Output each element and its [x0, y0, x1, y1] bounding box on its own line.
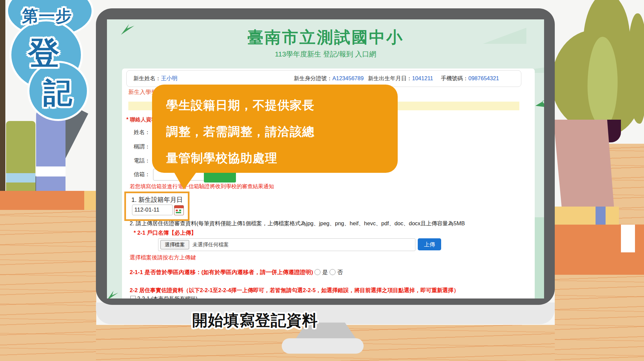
item-2-1-1-label: 2-1-1 是否曾於學區內遷移：(如有於學區內遷移者，請一併上傳遷證證明) [130, 269, 313, 275]
upload-hint: 選擇檔案後請按右方上傳鍵 [130, 254, 196, 261]
field-label-title: 稱謂： [134, 143, 150, 150]
calendar-icon[interactable] [174, 205, 184, 215]
student-birth-label: 新生出生年月日： [368, 75, 412, 81]
plant-leaf-light [588, 37, 618, 127]
sprout-icon [535, 97, 544, 107]
monitor-chin [96, 303, 555, 324]
radio-yes[interactable] [314, 269, 320, 275]
upload-button[interactable]: 上傳 [418, 238, 441, 250]
right-plank-yellow [555, 207, 619, 226]
callout-line-2: 調整，若需調整，請洽該總 [166, 124, 387, 140]
badge-char-2: 記 [43, 74, 72, 113]
right-white-book [621, 225, 635, 252]
radio-yes-label: 是 [322, 269, 328, 275]
right-plank-blue-book [596, 207, 606, 227]
tutorial-highlight-rect: 1. 新生設籍年月日 112-01-11 [124, 192, 189, 221]
item-2-2-label: 2-2 居住事實佐證資料（以下2-2-1至2-2-4擇一上傳即可，若皆無請勾選2… [130, 287, 459, 294]
item-2-1-required-mark: * [134, 230, 136, 236]
left-plank-orange [0, 191, 96, 212]
student-id-label: 新生身分證號： [294, 75, 333, 81]
tutorial-callout: 學生設籍日期，不提供家長 調整，若需調整，請洽該總 量管制學校協助處理 [152, 85, 398, 173]
left-desk-front [0, 210, 96, 361]
callout-line-3: 量管制學校協助處理 [166, 150, 387, 166]
item-2-2-1-label: 2-2-1 (本市戶長所有權狀) [137, 296, 197, 298]
book-periwinkle [36, 111, 66, 192]
page-subtitle: 113學年度新生 登記/報到 入口網 [107, 49, 544, 59]
choose-file-button[interactable]: 選擇檔案 [160, 240, 189, 249]
bookshelf-side-panel [0, 0, 5, 214]
field-label-phone: 電話： [134, 157, 150, 164]
monitor-base [282, 338, 364, 354]
file-status-text: 未選擇任何檔案 [192, 241, 229, 248]
right-desk-front [555, 275, 644, 361]
callout-line-1: 學生設籍日期，不提供家長 [166, 97, 387, 114]
residence-date-input[interactable]: 112-01-11 [132, 205, 173, 215]
page-title: 臺南市立測試國中小 [107, 27, 544, 48]
email-notice: 若您填寫信箱並進行電子信箱驗證將收到學校的審查結果通知 [130, 183, 274, 190]
radio-no[interactable] [330, 269, 336, 275]
item-2-1-label: 2-1 戶口名簿【必上傳】 [137, 230, 197, 236]
badge-char-1: 登 [28, 32, 59, 75]
checkbox-2-2-1[interactable] [130, 296, 136, 298]
student-name-label: 新生姓名： [133, 75, 161, 81]
file-input-container: 選擇檔案 未選擇任何檔案 [158, 238, 415, 251]
field-label-email: 信箱： [134, 171, 150, 178]
badge-step-label: 第一步 [22, 5, 72, 27]
residence-date-label: 1. 新生設籍年月日 [131, 196, 183, 204]
contact-required-mark: * [126, 117, 128, 122]
student-phone-value: 0987654321 [469, 75, 499, 81]
tutorial-slide: 臺南市立測試國中小 113學年度新生 登記/報到 入口網 新生姓名：王小明 新生… [0, 0, 644, 361]
left-plank-yellow-end [84, 191, 96, 212]
student-phone-label: 手機號碼： [441, 75, 469, 81]
slide-caption: 開始填寫登記資料 [192, 310, 318, 331]
book-olive-stripe [6, 173, 35, 183]
book-periwinkle-stripe [36, 166, 66, 176]
student-name-value: 王小明 [161, 75, 178, 81]
sprout-icon [107, 291, 118, 298]
upload-section-intro: 2. 請上傳居住佐證審查資料(每筆資料僅能上傳1個檔案，上傳檔案格式為jpg、j… [130, 220, 465, 227]
field-label-name: 姓名： [134, 129, 150, 136]
student-id-value: A123456789 [333, 75, 364, 81]
student-birth-value: 1041211 [412, 75, 433, 81]
radio-no-label: 否 [337, 269, 343, 275]
decor-strip [534, 217, 544, 298]
